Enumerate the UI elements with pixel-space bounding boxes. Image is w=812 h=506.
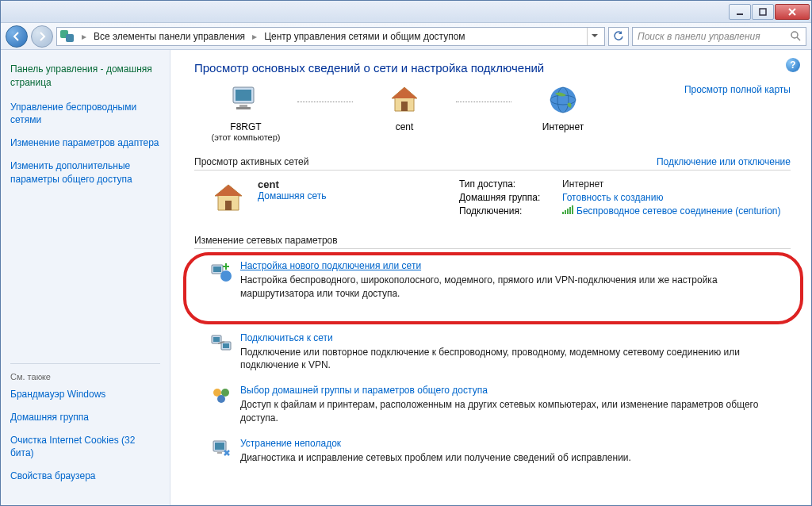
- sidebar-home-link[interactable]: Панель управления - домашняя страница: [10, 63, 160, 90]
- navigation-bar: ▸ Все элементы панели управления ▸ Центр…: [1, 23, 811, 50]
- task-title-link[interactable]: Подключиться к сети: [240, 332, 333, 343]
- svg-point-11: [550, 87, 576, 113]
- refresh-button[interactable]: [608, 27, 629, 46]
- task-title-link[interactable]: Настройка нового подключения или сети: [240, 260, 421, 271]
- back-button[interactable]: [6, 25, 28, 48]
- see-also-header: См. также: [10, 363, 160, 381]
- svg-rect-26: [223, 343, 229, 348]
- svg-rect-14: [225, 201, 232, 210]
- svg-rect-16: [565, 210, 566, 214]
- map-node-label: Интернет: [511, 121, 615, 132]
- map-node-label: F8RGT: [194, 121, 297, 132]
- svg-rect-7: [236, 90, 251, 101]
- page-title: Просмотр основных сведений о сети и наст…: [194, 61, 791, 75]
- task-troubleshoot[interactable]: Устранение неполадок Диагностика и испра…: [194, 438, 791, 465]
- address-bar[interactable]: ▸ Все элементы панели управления ▸ Центр…: [56, 27, 605, 46]
- svg-point-22: [220, 270, 232, 282]
- maximize-button[interactable]: [752, 4, 774, 20]
- connect-disconnect-link[interactable]: Подключение или отключение: [657, 156, 791, 167]
- svg-rect-19: [572, 205, 573, 214]
- see-also-firewall[interactable]: Брандмауэр Windows: [10, 388, 160, 401]
- close-button[interactable]: [775, 4, 810, 20]
- svg-rect-21: [213, 266, 221, 272]
- svg-rect-24: [213, 337, 220, 342]
- connect-icon: [210, 332, 232, 355]
- network-details: Тип доступа:Интернет Домашняя группа:Гот…: [459, 178, 781, 219]
- svg-point-29: [217, 395, 225, 403]
- active-network-block: cent Домашняя сеть Тип доступа:Интернет …: [194, 178, 791, 219]
- homegroup-label: Домашняя группа:: [459, 192, 562, 203]
- breadcrumb-sep: ▸: [250, 31, 259, 42]
- access-type-label: Тип доступа:: [459, 178, 562, 190]
- titlebar: [1, 1, 811, 23]
- forward-button[interactable]: [31, 25, 53, 48]
- minimize-button[interactable]: [729, 4, 751, 20]
- map-node-this-pc: F8RGT (этот компьютер): [194, 84, 297, 142]
- map-connector: [297, 102, 353, 102]
- house-icon: [387, 84, 422, 116]
- svg-rect-18: [569, 207, 571, 214]
- sidebar: Панель управления - домашняя страница Уп…: [1, 50, 170, 505]
- content-pane: ? Просмотр основных сведений о сети и на…: [170, 50, 811, 505]
- change-settings-header: Изменение сетевых параметров: [194, 235, 791, 249]
- network-type-link[interactable]: Домашняя сеть: [258, 190, 326, 201]
- network-identity: cent Домашняя сеть: [258, 178, 385, 219]
- task-description: Настройка беспроводного, широкополосного…: [240, 274, 787, 301]
- task-title-link[interactable]: Устранение неполадок: [240, 438, 341, 449]
- computer-icon: [228, 84, 263, 116]
- map-node-internet: Интернет: [511, 84, 615, 132]
- window-controls: [729, 4, 810, 20]
- breadcrumb-1[interactable]: Все элементы панели управления: [94, 31, 245, 42]
- section-title: Просмотр активных сетей: [194, 156, 308, 167]
- full-map-link[interactable]: Просмотр полной карты: [684, 84, 791, 95]
- svg-rect-9: [236, 107, 251, 109]
- network-map: F8RGT (этот компьютер) cent Интернет Про…: [194, 84, 791, 142]
- new-connection-icon: [210, 260, 232, 282]
- search-placeholder: Поиск в панели управления: [638, 31, 760, 42]
- control-panel-icon: [60, 30, 75, 43]
- map-node-label: cent: [353, 121, 456, 132]
- task-connect-network[interactable]: Подключиться к сети Подключение или повт…: [194, 332, 791, 373]
- connection-link[interactable]: Беспроводное сетевое соединение (centuri…: [576, 205, 781, 217]
- svg-rect-32: [217, 452, 222, 454]
- sidebar-link-advanced-sharing[interactable]: Изменить дополнительные параметры общего…: [10, 159, 160, 186]
- search-icon: [791, 31, 801, 41]
- section-title: Изменение сетевых параметров: [194, 235, 338, 246]
- house-icon: [210, 182, 247, 213]
- address-dropdown[interactable]: [587, 28, 601, 45]
- svg-rect-31: [215, 443, 224, 450]
- task-homegroup[interactable]: Выбор домашней группы и параметров общег…: [194, 385, 791, 425]
- see-also-cookies[interactable]: Очистка Internet Cookies (32 бита): [10, 434, 160, 461]
- window-frame: ▸ Все элементы панели управления ▸ Центр…: [0, 0, 812, 506]
- map-node-sublabel: (этот компьютер): [194, 132, 297, 142]
- svg-rect-8: [239, 105, 247, 107]
- sidebar-link-adapter-settings[interactable]: Изменение параметров адаптера: [10, 136, 160, 150]
- homegroup-icon: [210, 385, 232, 407]
- breadcrumb-2[interactable]: Центр управления сетями и общим доступом: [264, 31, 465, 42]
- map-connector: [456, 102, 511, 102]
- connections-label: Подключения:: [459, 205, 562, 217]
- task-new-connection[interactable]: Настройка нового подключения или сети На…: [194, 260, 787, 301]
- network-name: cent: [258, 178, 385, 190]
- see-also-homegroup[interactable]: Домашняя группа: [10, 411, 160, 424]
- access-type-value: Интернет: [562, 178, 603, 190]
- see-also-browser-props[interactable]: Свойства браузера: [10, 470, 160, 483]
- highlight-annotation: Настройка нового подключения или сети На…: [183, 252, 803, 324]
- sidebar-link-wireless[interactable]: Управление беспроводными сетями: [10, 101, 160, 128]
- help-button[interactable]: ?: [786, 58, 800, 72]
- globe-icon: [546, 84, 580, 116]
- signal-icon: [562, 205, 573, 214]
- svg-rect-17: [567, 209, 569, 214]
- svg-rect-15: [562, 212, 564, 214]
- svg-rect-1: [760, 9, 766, 15]
- task-description: Подключение или повторное подключение к …: [240, 346, 791, 373]
- homegroup-link[interactable]: Готовность к созданию: [562, 192, 663, 203]
- breadcrumb-sep: ▸: [79, 31, 89, 42]
- svg-line-5: [797, 37, 800, 40]
- svg-rect-10: [401, 102, 408, 111]
- troubleshoot-icon: [210, 438, 232, 460]
- task-description: Диагностика и исправление сетевых пробле…: [240, 451, 791, 465]
- body-area: Панель управления - домашняя страница Уп…: [1, 50, 811, 505]
- search-box[interactable]: Поиск в панели управления: [632, 27, 806, 46]
- task-title-link[interactable]: Выбор домашней группы и параметров общег…: [240, 385, 488, 396]
